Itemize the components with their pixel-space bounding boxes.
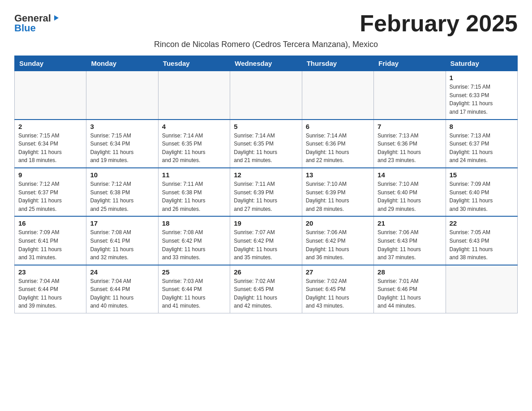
calendar-cell: 25Sunrise: 7:03 AMSunset: 6:44 PMDayligh…	[158, 265, 230, 313]
day-info: Sunrise: 7:09 AMSunset: 6:40 PMDaylight:…	[450, 180, 514, 213]
day-info: Sunrise: 7:10 AMSunset: 6:40 PMDaylight:…	[378, 180, 442, 213]
day-info: Sunrise: 7:02 AMSunset: 6:45 PMDaylight:…	[234, 277, 298, 310]
calendar-cell	[446, 265, 517, 313]
day-info: Sunrise: 7:13 AMSunset: 6:36 PMDaylight:…	[378, 132, 442, 165]
day-number: 25	[162, 268, 226, 276]
calendar-cell: 20Sunrise: 7:06 AMSunset: 6:42 PMDayligh…	[302, 216, 373, 265]
calendar-cell	[230, 71, 302, 120]
logo-blue-text: Blue	[14, 23, 36, 33]
day-number: 11	[162, 171, 226, 179]
day-info: Sunrise: 7:15 AMSunset: 6:34 PMDaylight:…	[18, 132, 82, 165]
day-info: Sunrise: 7:09 AMSunset: 6:41 PMDaylight:…	[18, 228, 82, 261]
page-header: General Blue February 2025	[14, 11, 518, 36]
calendar-cell: 24Sunrise: 7:04 AMSunset: 6:44 PMDayligh…	[86, 265, 158, 313]
calendar-cell: 1Sunrise: 7:15 AMSunset: 6:33 PMDaylight…	[446, 71, 517, 120]
day-info: Sunrise: 7:06 AMSunset: 6:42 PMDaylight:…	[306, 228, 370, 261]
day-info: Sunrise: 7:13 AMSunset: 6:37 PMDaylight:…	[450, 132, 514, 165]
day-info: Sunrise: 7:11 AMSunset: 6:38 PMDaylight:…	[162, 180, 226, 213]
day-number: 20	[306, 219, 370, 227]
day-number: 7	[378, 123, 442, 130]
day-info: Sunrise: 7:14 AMSunset: 6:36 PMDaylight:…	[306, 132, 370, 165]
calendar-table: Sunday Monday Tuesday Wednesday Thursday…	[14, 56, 518, 313]
calendar-week-row-0: 1Sunrise: 7:15 AMSunset: 6:33 PMDaylight…	[15, 71, 518, 120]
day-number: 27	[306, 268, 370, 276]
day-info: Sunrise: 7:07 AMSunset: 6:42 PMDaylight:…	[234, 228, 298, 261]
col-monday: Monday	[86, 56, 158, 71]
day-info: Sunrise: 7:02 AMSunset: 6:45 PMDaylight:…	[306, 277, 370, 310]
logo-general-text: General	[14, 13, 51, 23]
col-sunday: Sunday	[15, 56, 86, 71]
day-info: Sunrise: 7:15 AMSunset: 6:33 PMDaylight:…	[450, 83, 514, 116]
day-info: Sunrise: 7:06 AMSunset: 6:43 PMDaylight:…	[378, 228, 442, 261]
calendar-cell	[302, 71, 373, 120]
day-info: Sunrise: 7:04 AMSunset: 6:44 PMDaylight:…	[90, 277, 154, 310]
day-info: Sunrise: 7:08 AMSunset: 6:41 PMDaylight:…	[90, 228, 154, 261]
calendar-header-row: Sunday Monday Tuesday Wednesday Thursday…	[15, 56, 518, 71]
day-info: Sunrise: 7:04 AMSunset: 6:44 PMDaylight:…	[18, 277, 82, 310]
day-number: 4	[162, 123, 226, 130]
calendar-subtitle: Rincon de Nicolas Romero (Cedros Tercera…	[14, 40, 518, 49]
col-thursday: Thursday	[302, 56, 373, 71]
calendar-cell: 7Sunrise: 7:13 AMSunset: 6:36 PMDaylight…	[374, 120, 446, 168]
calendar-cell: 4Sunrise: 7:14 AMSunset: 6:35 PMDaylight…	[158, 120, 230, 168]
day-number: 10	[90, 171, 154, 179]
calendar-cell: 21Sunrise: 7:06 AMSunset: 6:43 PMDayligh…	[374, 216, 446, 265]
day-number: 24	[90, 268, 154, 276]
day-number: 14	[378, 171, 442, 179]
col-wednesday: Wednesday	[230, 56, 302, 71]
day-number: 17	[90, 219, 154, 227]
calendar-cell: 17Sunrise: 7:08 AMSunset: 6:41 PMDayligh…	[86, 216, 158, 265]
col-friday: Friday	[374, 56, 446, 71]
calendar-cell: 14Sunrise: 7:10 AMSunset: 6:40 PMDayligh…	[374, 168, 446, 216]
calendar-cell: 11Sunrise: 7:11 AMSunset: 6:38 PMDayligh…	[158, 168, 230, 216]
calendar-cell: 23Sunrise: 7:04 AMSunset: 6:44 PMDayligh…	[15, 265, 86, 313]
day-number: 28	[378, 268, 442, 276]
day-number: 5	[234, 123, 298, 130]
day-info: Sunrise: 7:03 AMSunset: 6:44 PMDaylight:…	[162, 277, 226, 310]
calendar-cell	[86, 71, 158, 120]
day-number: 13	[306, 171, 370, 179]
calendar-cell: 3Sunrise: 7:15 AMSunset: 6:34 PMDaylight…	[86, 120, 158, 168]
day-number: 3	[90, 123, 154, 130]
svg-marker-0	[54, 15, 59, 21]
day-info: Sunrise: 7:15 AMSunset: 6:34 PMDaylight:…	[90, 132, 154, 165]
day-info: Sunrise: 7:11 AMSunset: 6:39 PMDaylight:…	[234, 180, 298, 213]
day-number: 16	[18, 219, 82, 227]
day-number: 22	[450, 219, 514, 227]
day-info: Sunrise: 7:14 AMSunset: 6:35 PMDaylight:…	[162, 132, 226, 165]
calendar-cell: 2Sunrise: 7:15 AMSunset: 6:34 PMDaylight…	[15, 120, 86, 168]
day-number: 9	[18, 171, 82, 179]
calendar-cell	[374, 71, 446, 120]
calendar-week-row-3: 16Sunrise: 7:09 AMSunset: 6:41 PMDayligh…	[15, 216, 518, 265]
day-number: 18	[162, 219, 226, 227]
calendar-week-row-4: 23Sunrise: 7:04 AMSunset: 6:44 PMDayligh…	[15, 265, 518, 313]
day-info: Sunrise: 7:08 AMSunset: 6:42 PMDaylight:…	[162, 228, 226, 261]
calendar-cell: 16Sunrise: 7:09 AMSunset: 6:41 PMDayligh…	[15, 216, 86, 265]
day-number: 19	[234, 219, 298, 227]
day-info: Sunrise: 7:12 AMSunset: 6:38 PMDaylight:…	[90, 180, 154, 213]
day-info: Sunrise: 7:10 AMSunset: 6:39 PMDaylight:…	[306, 180, 370, 213]
day-number: 15	[450, 171, 514, 179]
day-number: 12	[234, 171, 298, 179]
calendar-cell: 18Sunrise: 7:08 AMSunset: 6:42 PMDayligh…	[158, 216, 230, 265]
day-number: 2	[18, 123, 82, 130]
calendar-cell: 10Sunrise: 7:12 AMSunset: 6:38 PMDayligh…	[86, 168, 158, 216]
col-saturday: Saturday	[446, 56, 517, 71]
calendar-cell: 15Sunrise: 7:09 AMSunset: 6:40 PMDayligh…	[446, 168, 517, 216]
calendar-cell	[15, 71, 86, 120]
calendar-week-row-2: 9Sunrise: 7:12 AMSunset: 6:37 PMDaylight…	[15, 168, 518, 216]
day-number: 21	[378, 219, 442, 227]
calendar-cell: 8Sunrise: 7:13 AMSunset: 6:37 PMDaylight…	[446, 120, 517, 168]
calendar-cell: 27Sunrise: 7:02 AMSunset: 6:45 PMDayligh…	[302, 265, 373, 313]
calendar-cell: 9Sunrise: 7:12 AMSunset: 6:37 PMDaylight…	[15, 168, 86, 216]
calendar-cell: 13Sunrise: 7:10 AMSunset: 6:39 PMDayligh…	[302, 168, 373, 216]
day-number: 26	[234, 268, 298, 276]
calendar-cell: 19Sunrise: 7:07 AMSunset: 6:42 PMDayligh…	[230, 216, 302, 265]
calendar-cell: 28Sunrise: 7:01 AMSunset: 6:46 PMDayligh…	[374, 265, 446, 313]
logo: General Blue	[14, 13, 60, 33]
day-number: 8	[450, 123, 514, 130]
day-info: Sunrise: 7:01 AMSunset: 6:46 PMDaylight:…	[378, 277, 442, 310]
calendar-cell: 26Sunrise: 7:02 AMSunset: 6:45 PMDayligh…	[230, 265, 302, 313]
calendar-cell: 12Sunrise: 7:11 AMSunset: 6:39 PMDayligh…	[230, 168, 302, 216]
month-title: February 2025	[360, 11, 518, 36]
